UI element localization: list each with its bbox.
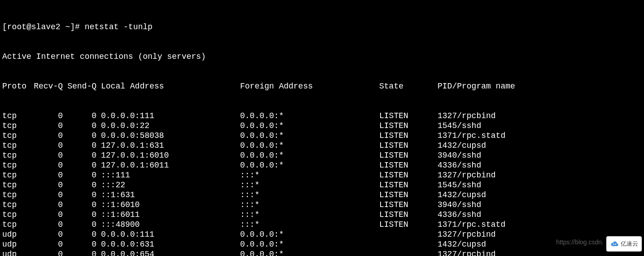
cell-proto: tcp (2, 160, 29, 170)
cell-recvq: 0 (29, 200, 63, 210)
cell-recvq: 0 (29, 249, 63, 256)
cell-foreign: :::* (240, 220, 379, 230)
col-header-foreign: Foreign Address (240, 81, 379, 91)
cell-recvq: 0 (29, 180, 63, 190)
cell-local: :::22 (96, 180, 240, 190)
cell-local: 127.0.0.1:631 (96, 141, 240, 150)
cell-recvq: 0 (29, 111, 63, 121)
watermark-url: https://blog.csdn. (556, 237, 604, 247)
cell-state: LISTEN (379, 170, 438, 180)
cell-recvq: 0 (29, 170, 63, 180)
cell-sendq: 0 (63, 180, 96, 190)
table-row: tcp00:::48900:::*LISTEN1371/rpc.statd (2, 220, 642, 230)
col-header-local: Local Address (96, 81, 240, 91)
cell-recvq: 0 (29, 190, 63, 200)
cell-proto: tcp (2, 220, 29, 230)
table-body: tcp000.0.0.0:1110.0.0.0:*LISTEN1327/rpcb… (2, 111, 642, 256)
table-row: tcp00::1:6010:::*LISTEN3940/sshd (2, 200, 642, 210)
cell-pid: 1371/rpc.statd (438, 220, 505, 230)
cell-pid: 1327/rpcbind (438, 111, 496, 121)
cell-recvq: 0 (29, 131, 63, 141)
cell-state (379, 230, 438, 239)
table-row: tcp00127.0.0.1:60110.0.0.0:*LISTEN4336/s… (2, 160, 642, 170)
cell-sendq: 0 (63, 141, 96, 150)
cell-state: LISTEN (379, 190, 438, 200)
cell-recvq: 0 (29, 160, 63, 170)
cell-proto: tcp (2, 210, 29, 220)
cell-state: LISTEN (379, 200, 438, 210)
cell-state: LISTEN (379, 150, 438, 160)
cell-recvq: 0 (29, 141, 63, 150)
cell-recvq: 0 (29, 220, 63, 230)
terminal-output[interactable]: [root@slave2 ~]# netstat -tunlp Active I… (2, 2, 642, 256)
cell-local: 0.0.0.0:22 (96, 121, 240, 131)
cell-state: LISTEN (379, 131, 438, 141)
cell-state: LISTEN (379, 180, 438, 190)
cell-pid: 1545/sshd (438, 121, 481, 131)
cell-local: 0.0.0.0:58038 (96, 131, 240, 141)
cell-local: 127.0.0.1:6011 (96, 160, 240, 170)
cell-proto: tcp (2, 141, 29, 150)
cell-pid: 3940/sshd (438, 150, 481, 160)
cell-pid: 1432/cupsd (438, 239, 486, 249)
cell-proto: tcp (2, 121, 29, 131)
cell-pid: 1432/cupsd (438, 190, 486, 200)
cell-local: :::48900 (96, 220, 240, 230)
svg-point-1 (615, 244, 616, 245)
cell-sendq: 0 (63, 111, 96, 121)
cell-pid: 4336/sshd (438, 160, 481, 170)
table-row: tcp00:::22:::*LISTEN1545/sshd (2, 180, 642, 190)
cell-local: 0.0.0.0:111 (96, 230, 240, 239)
cell-proto: tcp (2, 111, 29, 121)
col-header-recvq: Recv-Q (29, 81, 63, 91)
cell-state: LISTEN (379, 160, 438, 170)
cell-foreign: 0.0.0.0:* (240, 249, 379, 256)
col-header-sendq: Send-Q (63, 81, 96, 91)
table-row: tcp00127.0.0.1:6310.0.0.0:*LISTEN1432/cu… (2, 141, 642, 150)
table-row: tcp00127.0.0.1:60100.0.0.0:*LISTEN3940/s… (2, 150, 642, 160)
cell-local: 0.0.0.0:111 (96, 111, 240, 121)
cell-pid: 3940/sshd (438, 200, 481, 210)
cell-pid: 1327/rpcbind (438, 249, 496, 256)
cell-pid: 1545/sshd (438, 180, 481, 190)
cell-foreign: :::* (240, 170, 379, 180)
cell-pid: 1327/rpcbind (438, 170, 496, 180)
svg-point-0 (613, 244, 614, 245)
cell-state: LISTEN (379, 121, 438, 131)
col-header-state: State (379, 81, 438, 91)
table-row: tcp000.0.0.0:580380.0.0.0:*LISTEN1371/rp… (2, 131, 642, 141)
command-text: netstat -tunlp (85, 22, 153, 32)
table-row: tcp00::1:631:::*LISTEN1432/cupsd (2, 190, 642, 200)
cell-pid: 1327/rpcbind (438, 230, 496, 239)
cell-foreign: 0.0.0.0:* (240, 121, 379, 131)
cell-state (379, 239, 438, 249)
cell-recvq: 0 (29, 210, 63, 220)
cell-proto: tcp (2, 180, 29, 190)
cell-foreign: 0.0.0.0:* (240, 111, 379, 121)
cell-local: 0.0.0.0:654 (96, 249, 240, 256)
cell-state (379, 249, 438, 256)
cloud-icon (610, 241, 619, 247)
cell-foreign: :::* (240, 210, 379, 220)
col-header-proto: Proto (2, 81, 29, 91)
cell-sendq: 0 (63, 200, 96, 210)
cell-sendq: 0 (63, 131, 96, 141)
cell-sendq: 0 (63, 249, 96, 256)
cell-state: LISTEN (379, 210, 438, 220)
cell-sendq: 0 (63, 230, 96, 239)
cell-local: ::1:6010 (96, 200, 240, 210)
cell-pid: 1432/cupsd (438, 141, 486, 150)
cell-sendq: 0 (63, 150, 96, 160)
cell-recvq: 0 (29, 121, 63, 131)
cell-proto: udp (2, 230, 29, 239)
cell-sendq: 0 (63, 170, 96, 180)
cell-sendq: 0 (63, 220, 96, 230)
cell-foreign: :::* (240, 200, 379, 210)
table-row: udp000.0.0.0:6310.0.0.0:*1432/cupsd (2, 239, 642, 249)
cell-proto: tcp (2, 190, 29, 200)
watermark-logo: 亿速云 (606, 236, 642, 252)
cell-local: ::1:631 (96, 190, 240, 200)
cell-foreign: 0.0.0.0:* (240, 131, 379, 141)
connections-header: Active Internet connections (only server… (2, 52, 642, 62)
table-header-row: ProtoRecv-QSend-QLocal AddressForeign Ad… (2, 81, 642, 91)
